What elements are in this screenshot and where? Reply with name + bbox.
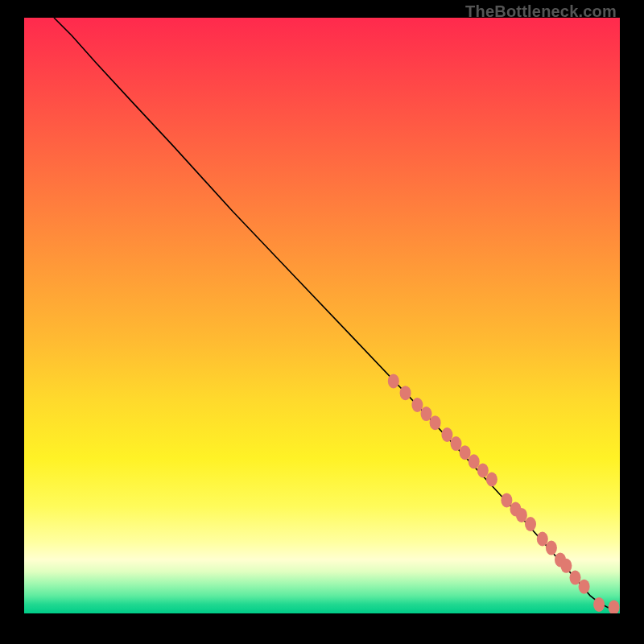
data-point (441, 427, 452, 442)
data-point (546, 541, 557, 555)
data-point (570, 571, 581, 585)
data-point (460, 445, 471, 460)
data-point (537, 532, 548, 547)
data-point (609, 601, 620, 613)
data-point (451, 436, 462, 451)
data-point (560, 559, 572, 573)
data-point (477, 463, 489, 477)
data-point (411, 398, 423, 412)
data-point (469, 454, 480, 469)
data-point (400, 386, 411, 400)
data-point (593, 597, 605, 612)
data-point (430, 415, 441, 430)
marker-layer (388, 374, 620, 613)
chart-area (24, 18, 620, 613)
data-point (421, 407, 432, 421)
data-point (501, 493, 512, 507)
chart-svg (24, 18, 620, 613)
data-point (486, 473, 497, 487)
data-point (516, 508, 527, 522)
data-point (388, 374, 399, 388)
data-point (525, 517, 536, 531)
data-point (579, 580, 590, 594)
